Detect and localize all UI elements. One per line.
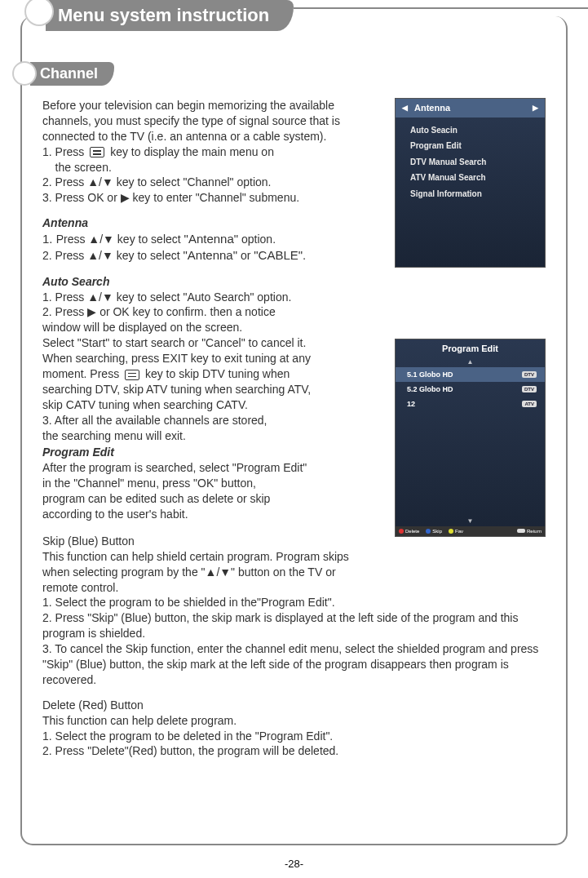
delete-section: Delete (Red) Button This function can he… xyxy=(42,698,546,760)
intro-text: Before your television can begin memoriz… xyxy=(42,98,385,206)
osd-channel-menu: ◀ Antenna ▶ Auto Seacin Program Edit DTV… xyxy=(395,98,546,268)
menu-icon xyxy=(125,370,139,380)
osd2-empty-area xyxy=(396,411,545,517)
atv-badge: ATV xyxy=(522,401,537,407)
up-arrow-icon: ▲ xyxy=(396,358,545,367)
intro-p1: Before your television can begin memoriz… xyxy=(42,98,385,144)
sub-header-title: Channel xyxy=(30,62,114,86)
osd-item-auto[interactable]: Auto Seacin xyxy=(396,122,545,139)
menu-icon xyxy=(90,147,104,157)
intro-step3: 3. Press OK or ▶ key to enter "Channel" … xyxy=(42,190,385,206)
intro-step1c: the screen. xyxy=(42,160,385,175)
osd-item-dtv[interactable]: DTV Manual Search xyxy=(396,154,545,171)
skip-section: Skip (Blue) Button This function can hel… xyxy=(42,534,546,688)
osd-item-signal[interactable]: Signal Information xyxy=(396,186,545,202)
osd-selected-row[interactable]: ◀ Antenna ▶ xyxy=(396,99,545,118)
osd2-title: Program Edit xyxy=(396,339,545,358)
main-header-title: Menu system instruction xyxy=(46,0,294,31)
osd-item-progedit[interactable]: Program Edit xyxy=(396,138,545,154)
blue-dot-icon xyxy=(426,529,431,534)
header-line xyxy=(294,7,588,9)
intro-step1: 1. Press key to display the main menu on xyxy=(42,144,385,160)
osd2-row-1[interactable]: 5.1 Globo HD DTV xyxy=(396,367,545,382)
footer-delete[interactable]: Delete xyxy=(396,526,422,536)
osd-program-edit: Program Edit ▲ 5.1 Globo HD DTV 5.2 Glob… xyxy=(395,339,546,537)
osd-item-atv[interactable]: ATV Manual Search xyxy=(396,170,545,186)
red-dot-icon xyxy=(399,529,404,534)
dtv-badge: DTV xyxy=(522,386,537,392)
triangle-left-icon: ◀ xyxy=(402,103,408,113)
delete-title: Delete (Red) Button xyxy=(42,698,546,713)
osd2-row-2[interactable]: 5.2 Globo HD DTV xyxy=(396,382,545,397)
intro-step2: 2. Press ▲/▼ key to select "Channel" opt… xyxy=(42,175,385,190)
footer-fav[interactable]: Fav xyxy=(445,526,466,536)
footer-return[interactable]: Return xyxy=(514,526,545,536)
yellow-dot-icon xyxy=(449,529,453,534)
autosearch-title: Auto Search xyxy=(42,274,546,290)
osd-selected-label: Antenna xyxy=(408,102,533,114)
osd2-row-3[interactable]: 12 ATV xyxy=(396,397,545,411)
footer-skip[interactable]: Skip xyxy=(422,526,445,536)
page-frame: Channel Before your television can begin… xyxy=(20,16,568,845)
down-arrow-icon: ▼ xyxy=(396,517,545,526)
dtv-badge: DTV xyxy=(522,371,537,378)
page-number: -28- xyxy=(0,858,588,870)
osd2-footer: Delete Skip Fav Return xyxy=(396,526,545,536)
triangle-right-icon: ▶ xyxy=(533,103,538,113)
ok-icon xyxy=(517,529,525,533)
sub-header-circle xyxy=(12,61,37,86)
